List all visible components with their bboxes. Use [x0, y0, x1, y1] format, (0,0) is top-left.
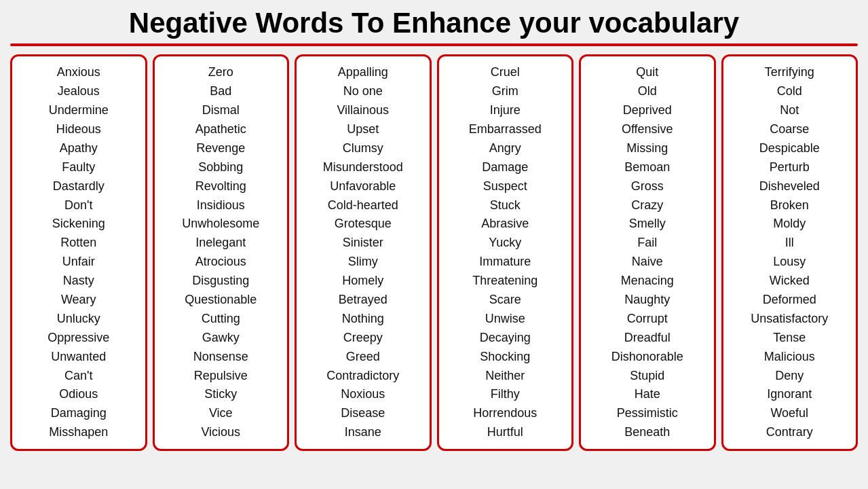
word-item: Moldy — [773, 215, 806, 234]
word-item: No one — [343, 82, 383, 101]
word-item: Disgusting — [192, 272, 249, 291]
word-item: Smelly — [629, 215, 666, 234]
word-item: Oppressive — [48, 329, 109, 348]
title-underline — [10, 43, 858, 46]
word-item: Gross — [631, 177, 664, 196]
word-item: Contradictory — [326, 367, 399, 386]
word-item: Cruel — [491, 63, 520, 82]
word-item: Naughty — [624, 291, 670, 310]
word-item: Revenge — [196, 139, 245, 158]
word-item: Injure — [490, 101, 521, 120]
word-item: Coarse — [770, 120, 809, 139]
word-item: Quit — [636, 63, 658, 82]
word-item: Crazy — [631, 196, 663, 215]
word-item: Unfavorable — [330, 177, 396, 196]
page-title: Negative Words To Enhance your vocabular… — [10, 7, 858, 39]
word-item: Filthy — [491, 385, 520, 404]
word-item: Malicious — [764, 348, 815, 367]
column-4: CruelGrimInjureEmbarrassedAngryDamageSus… — [437, 54, 574, 451]
word-item: Disease — [341, 404, 385, 423]
word-item: Homely — [342, 272, 383, 291]
word-item: Stupid — [630, 367, 664, 386]
word-item: Corrupt — [627, 310, 668, 329]
word-item: Misshapen — [49, 423, 108, 442]
word-item: Terrifying — [765, 63, 814, 82]
word-item: Scare — [489, 291, 521, 310]
word-item: Wicked — [770, 272, 810, 291]
word-item: Beneath — [624, 423, 670, 442]
word-item: Misunderstood — [323, 158, 403, 177]
word-item: Anxious — [57, 63, 100, 82]
word-item: Ignorant — [767, 385, 812, 404]
word-item: Unfair — [62, 253, 95, 272]
word-item: Abrasive — [481, 215, 529, 234]
word-item: Bad — [210, 82, 231, 101]
word-item: Shocking — [480, 348, 530, 367]
word-item: Embarrassed — [469, 120, 542, 139]
word-item: Hideous — [56, 120, 101, 139]
column-2: ZeroBadDismalApatheticRevengeSobbingRevo… — [153, 54, 290, 451]
word-item: Apathetic — [195, 120, 246, 139]
word-item: Offensive — [622, 120, 673, 139]
word-item: Dishonorable — [611, 348, 683, 367]
word-item: Woeful — [770, 404, 808, 423]
word-item: Unwholesome — [182, 215, 259, 234]
word-item: Upset — [347, 120, 379, 139]
column-1: AnxiousJealousUndermineHideousApathyFaul… — [10, 54, 147, 451]
word-item: Angry — [489, 139, 521, 158]
word-item: Slimy — [348, 253, 378, 272]
word-item: Naive — [632, 253, 663, 272]
word-item: Dastardly — [53, 177, 105, 196]
word-item: Sticky — [204, 385, 237, 404]
word-item: Unwanted — [51, 348, 106, 367]
word-item: Old — [638, 82, 657, 101]
word-item: Apathy — [60, 139, 98, 158]
word-item: Inelegant — [195, 234, 246, 253]
word-item: Menacing — [621, 272, 674, 291]
word-item: Bemoan — [624, 158, 670, 177]
columns-container: AnxiousJealousUndermineHideousApathyFaul… — [10, 54, 858, 451]
word-item: Insane — [345, 423, 381, 442]
word-item: Gawky — [202, 329, 240, 348]
word-item: Deny — [775, 367, 804, 386]
word-item: Repulsive — [194, 367, 248, 386]
word-item: Vicious — [201, 423, 240, 442]
word-item: Noxious — [341, 385, 385, 404]
word-item: Jealous — [58, 82, 100, 101]
word-item: Appalling — [338, 63, 388, 82]
word-item: Unlucky — [57, 310, 100, 329]
word-item: Nothing — [342, 310, 384, 329]
word-item: Ill — [785, 234, 794, 253]
column-5: QuitOldDeprivedOffensiveMissingBemoanGro… — [579, 54, 716, 451]
word-item: Atrocious — [195, 253, 246, 272]
word-item: Can't — [64, 367, 92, 386]
word-item: Villainous — [337, 101, 389, 120]
word-item: Insidious — [197, 196, 245, 215]
word-item: Don't — [64, 196, 92, 215]
word-item: Yucky — [489, 234, 521, 253]
column-3: AppallingNo oneVillainousUpsetClumsyMisu… — [295, 54, 432, 451]
word-item: Suspect — [483, 177, 527, 196]
word-item: Odious — [59, 385, 98, 404]
word-item: Dreadful — [624, 329, 671, 348]
word-item: Missing — [626, 139, 668, 158]
word-item: Pessimistic — [617, 404, 678, 423]
word-item: Sickening — [52, 215, 105, 234]
word-item: Deprived — [623, 101, 672, 120]
word-item: Grim — [492, 82, 518, 101]
word-item: Grotesque — [335, 215, 392, 234]
word-item: Damaging — [51, 404, 107, 423]
column-6: TerrifyingColdNotCoarseDespicablePerturb… — [721, 54, 858, 451]
word-item: Immature — [479, 253, 531, 272]
word-item: Fail — [637, 234, 657, 253]
word-item: Cold — [777, 82, 802, 101]
word-item: Neither — [485, 367, 525, 386]
word-item: Betrayed — [339, 291, 388, 310]
word-item: Broken — [770, 196, 809, 215]
word-item: Lousy — [773, 253, 806, 272]
word-item: Cutting — [202, 310, 240, 329]
word-item: Contrary — [766, 423, 813, 442]
word-item: Threatening — [472, 272, 537, 291]
word-item: Decaying — [480, 329, 531, 348]
word-item: Zero — [208, 63, 233, 82]
